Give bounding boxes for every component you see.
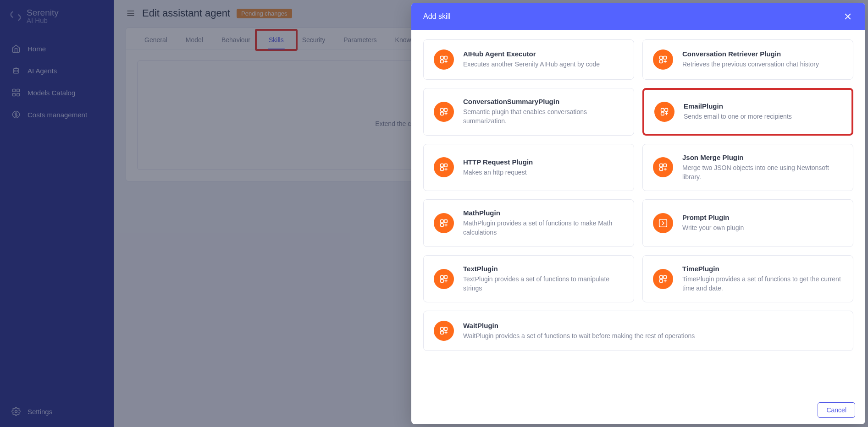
svg-rect-20 — [663, 56, 666, 59]
cancel-button[interactable]: Cancel — [818, 402, 855, 418]
svg-rect-41 — [660, 275, 663, 278]
svg-rect-26 — [665, 108, 668, 111]
skill-name: AIHub Agent Executor — [463, 50, 600, 58]
plugin-icon — [653, 213, 673, 233]
svg-rect-28 — [441, 164, 443, 167]
svg-rect-40 — [441, 279, 443, 282]
svg-rect-38 — [441, 275, 443, 278]
svg-rect-27 — [661, 112, 664, 115]
skill-card-emailplugin[interactable]: EmailPluginSends email to one or more re… — [642, 88, 853, 136]
svg-rect-16 — [441, 56, 443, 59]
plugin-icon — [653, 269, 673, 289]
svg-rect-32 — [663, 164, 666, 167]
skill-name: TimePlugin — [682, 265, 843, 273]
plugin-icon — [653, 157, 673, 177]
skill-card-conversationsummaryplugin[interactable]: ConversationSummaryPluginSemantic plugin… — [423, 88, 634, 136]
skill-name: TextPlugin — [463, 265, 624, 273]
add-skill-dialog: Add skill AIHub Agent ExecutorExecutes a… — [411, 3, 865, 424]
svg-rect-44 — [441, 328, 443, 330]
plugin-icon — [434, 213, 454, 233]
svg-rect-21 — [660, 60, 663, 63]
skill-name: ConversationSummaryPlugin — [463, 98, 624, 105]
close-button[interactable] — [842, 11, 853, 22]
svg-rect-35 — [444, 220, 447, 223]
svg-rect-31 — [660, 164, 663, 167]
skill-name: Prompt Plugin — [682, 214, 744, 221]
skill-desc: WaitPlugin provides a set of functions t… — [463, 331, 695, 340]
skill-desc: Semantic plugin that enables conversatio… — [463, 107, 624, 126]
skill-desc: TimePlugin provides a set of functions t… — [682, 274, 843, 293]
skill-card-mathplugin[interactable]: MathPluginMathPlugin provides a set of f… — [423, 199, 634, 247]
skill-card-prompt-plugin[interactable]: Prompt PluginWrite your own plugin — [642, 199, 853, 247]
skill-desc: Makes an http request — [463, 168, 533, 177]
svg-rect-19 — [660, 56, 663, 59]
skill-card-timeplugin[interactable]: TimePluginTimePlugin provides a set of f… — [642, 255, 853, 303]
skill-card-json-merge-plugin[interactable]: Json Merge PluginMerge two JSON objects … — [642, 144, 853, 192]
skill-card-waitplugin[interactable]: WaitPluginWaitPlugin provides a set of f… — [423, 311, 853, 351]
svg-rect-33 — [660, 168, 663, 170]
close-icon — [843, 12, 852, 21]
dialog-title: Add skill — [423, 12, 451, 21]
skill-card-aihub-agent-executor[interactable]: AIHub Agent ExecutorExecutes another Ser… — [423, 39, 634, 80]
svg-rect-18 — [441, 60, 443, 63]
skill-name: Json Merge Plugin — [682, 153, 843, 161]
svg-rect-45 — [444, 328, 447, 330]
skill-desc: MathPlugin provides a set of functions t… — [463, 219, 624, 237]
skill-desc: Write your own plugin — [682, 223, 744, 232]
svg-rect-17 — [444, 56, 447, 59]
svg-rect-25 — [661, 108, 664, 111]
svg-rect-30 — [441, 168, 443, 170]
svg-rect-36 — [441, 224, 443, 226]
skill-desc: Executes another Serenity AIHub agent by… — [463, 60, 600, 69]
skill-card-textplugin[interactable]: TextPluginTextPlugin provides a set of f… — [423, 255, 634, 303]
svg-rect-37 — [659, 219, 667, 227]
skill-desc: Merge two JSON objects into one using Ne… — [682, 163, 843, 182]
plugin-icon — [654, 102, 674, 122]
svg-rect-46 — [441, 331, 443, 334]
skill-desc: Retrieves the previous conversation chat… — [682, 60, 819, 69]
skill-name: EmailPlugin — [684, 102, 792, 110]
skill-name: HTTP Request Plugin — [463, 158, 533, 166]
skill-name: MathPlugin — [463, 209, 624, 217]
skill-desc: Sends email to one or more recipients — [684, 112, 792, 121]
skill-name: Conversation Retriever Plugin — [682, 50, 819, 58]
skill-card-conversation-retriever-plugin[interactable]: Conversation Retriever PluginRetrieves t… — [642, 39, 853, 80]
skill-desc: TextPlugin provides a set of functions t… — [463, 274, 624, 293]
skill-card-http-request-plugin[interactable]: HTTP Request PluginMakes an http request — [423, 144, 634, 192]
skill-grid: AIHub Agent ExecutorExecutes another Ser… — [423, 39, 853, 351]
plugin-icon — [434, 102, 454, 122]
svg-rect-39 — [444, 275, 447, 278]
svg-rect-24 — [441, 112, 443, 115]
svg-rect-42 — [663, 275, 666, 278]
skill-name: WaitPlugin — [463, 322, 695, 329]
svg-rect-23 — [444, 108, 447, 111]
plugin-icon — [653, 49, 673, 70]
svg-rect-22 — [441, 108, 443, 111]
svg-rect-43 — [660, 279, 663, 282]
plugin-icon — [434, 269, 454, 289]
plugin-icon — [434, 49, 454, 70]
svg-rect-34 — [441, 220, 443, 223]
plugin-icon — [434, 321, 454, 341]
plugin-icon — [434, 157, 454, 177]
svg-rect-29 — [444, 164, 447, 167]
